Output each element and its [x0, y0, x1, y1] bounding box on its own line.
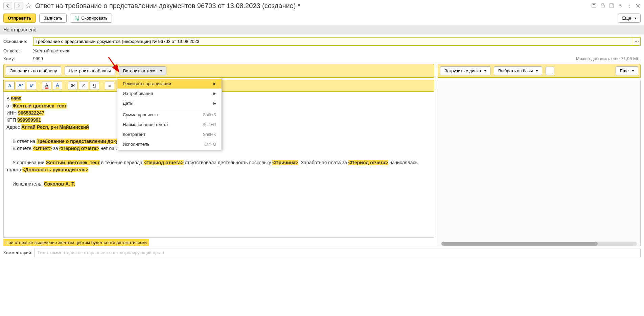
svg-point-5	[629, 4, 629, 4]
editor-toolbar: Заполнить по шаблону Настроить шаблоны В…	[3, 64, 434, 78]
menu-item-from-requirement[interactable]: Из требования▶	[117, 89, 222, 98]
menu-item-org-details[interactable]: Реквизиты организации▶	[117, 79, 222, 89]
copy-icon	[74, 16, 79, 21]
font-decrease-button[interactable]: A▾	[27, 81, 36, 90]
svg-rect-9	[76, 16, 78, 19]
send-button[interactable]: Отправить	[3, 14, 36, 23]
svg-rect-2	[601, 5, 604, 7]
chevron-right-icon: ▶	[213, 101, 216, 105]
highlight-color-button[interactable]: A	[53, 81, 62, 90]
font-size-button[interactable]: A	[5, 81, 15, 90]
from-value: Желтый цветочек	[33, 48, 69, 53]
menu-item-sum-words[interactable]: Сумма прописьюShift+S	[117, 110, 222, 120]
header-right-icons	[591, 3, 641, 8]
arrow-left-icon	[6, 4, 10, 8]
basis-select-button[interactable]: ⋯	[633, 38, 640, 45]
chevron-right-icon: ▶	[213, 92, 216, 95]
edit-attachment-button[interactable]	[546, 67, 554, 75]
to-value: 9999	[33, 56, 43, 61]
bold-button[interactable]: Ж	[68, 81, 77, 90]
action-bar: Отправить Записать Скопировать Еще	[0, 11, 644, 25]
nav-back-button[interactable]	[3, 2, 12, 9]
save-button[interactable]: Записать	[39, 14, 67, 23]
fill-template-button[interactable]: Заполнить по шаблону	[6, 66, 61, 75]
svg-point-7	[629, 7, 629, 8]
to-label: Кому:	[3, 56, 33, 61]
configure-templates-button[interactable]: Настроить шаблоны	[65, 66, 115, 75]
attachments-list[interactable]	[438, 80, 641, 246]
right-pane: Загрузить с диска Выбрать из базы Еще	[438, 64, 641, 246]
menu-item-report-name[interactable]: Наименование отчетаShift+O	[117, 120, 222, 129]
more-button-attachments[interactable]: Еще	[616, 66, 638, 75]
basis-label: Основание:	[3, 39, 33, 44]
more-vertical-icon[interactable]	[626, 3, 632, 8]
notice-bar: При отправке выделение желтым цветом буд…	[3, 239, 149, 246]
comment-input[interactable]	[34, 248, 641, 257]
insert-dropdown-menu: Реквизиты организации▶ Из требования▶ Да…	[117, 78, 222, 150]
insert-into-text-button[interactable]: Вставить в текст	[119, 66, 167, 75]
svg-rect-4	[610, 4, 613, 8]
menu-separator	[120, 109, 219, 109]
page-title: Ответ на требование о представлении доку…	[34, 2, 589, 10]
select-from-db-button[interactable]: Выбрать из базы	[494, 66, 542, 75]
fields-area: Основание: ⋯ От кого: Желтый цветочек Ко…	[0, 34, 644, 64]
addable-hint: Можно добавить еще 71,96 Мб.	[576, 56, 641, 61]
favorite-star-icon[interactable]	[25, 2, 32, 9]
svg-point-10	[77, 19, 79, 21]
scrollbar-thumb[interactable]	[441, 242, 598, 246]
title-bar: Ответ на требование о представлении доку…	[0, 0, 644, 11]
print-icon[interactable]	[600, 3, 605, 8]
basis-input-wrap: ⋯	[33, 37, 641, 46]
font-increase-button[interactable]: A▴	[16, 81, 25, 90]
menu-item-dates[interactable]: Даты▶	[117, 98, 222, 108]
nav-forward-button[interactable]	[14, 2, 23, 9]
status-bar: Не отправлено	[0, 25, 644, 34]
more-button-top[interactable]: Еще	[618, 14, 641, 23]
from-label: От кого:	[3, 48, 33, 53]
arrow-right-icon	[17, 4, 21, 8]
link-icon[interactable]	[618, 3, 623, 8]
svg-rect-1	[593, 4, 595, 5]
copy-button[interactable]: Скопировать	[70, 14, 112, 23]
save-icon[interactable]	[591, 3, 597, 8]
main-split: Заполнить по шаблону Настроить шаблоны В…	[0, 64, 644, 246]
chevron-right-icon: ▶	[213, 82, 216, 86]
svg-rect-3	[602, 4, 604, 5]
menu-item-counterparty[interactable]: КонтрагентShift+K	[117, 129, 222, 139]
underline-button[interactable]: Ч	[90, 81, 99, 90]
comment-row: Комментарий:	[0, 246, 644, 259]
attachments-toolbar: Загрузить с диска Выбрать из базы Еще	[438, 64, 641, 78]
font-color-button[interactable]: A	[42, 81, 51, 90]
close-icon[interactable]	[635, 3, 641, 8]
menu-item-executor[interactable]: ИсполнительCtrl+O	[117, 139, 222, 149]
scrollbar-horizontal[interactable]	[441, 242, 637, 246]
document-icon[interactable]	[609, 3, 614, 8]
comment-label: Комментарий:	[3, 250, 32, 255]
list-button[interactable]: ≡	[105, 81, 114, 90]
basis-input[interactable]	[33, 38, 633, 45]
load-from-disk-button[interactable]: Загрузить с диска	[440, 66, 490, 75]
italic-button[interactable]: К	[79, 81, 88, 90]
svg-point-6	[629, 5, 629, 6]
